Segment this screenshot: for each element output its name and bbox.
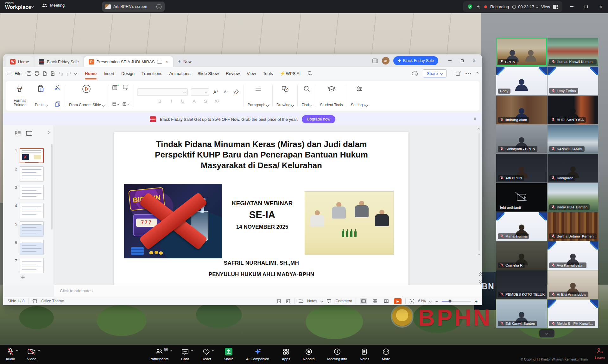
gallery-more-button[interactable]	[539, 329, 554, 337]
slide-thumbnail-5[interactable]	[20, 221, 44, 237]
export-pdf-icon[interactable]	[42, 71, 47, 76]
minimize-button[interactable]	[564, 0, 579, 13]
doc-tab-home[interactable]: W Home	[6, 56, 34, 67]
notes-list-icon[interactable]	[298, 299, 303, 303]
settings-group[interactable]: Settings	[348, 83, 371, 108]
format-x²[interactable]: X²	[213, 98, 221, 104]
increase-font-icon[interactable]: A⁺	[212, 89, 219, 96]
react-caret-icon[interactable]	[212, 350, 214, 352]
slide-sorter-view-button[interactable]	[371, 298, 379, 304]
participant-tile-mirna-tiurma[interactable]: Mirna Tiurma	[496, 212, 547, 241]
save-icon[interactable]	[27, 71, 31, 76]
menu-home[interactable]: Home	[82, 70, 100, 77]
zoom-in-button[interactable]: +	[475, 299, 478, 304]
print-icon[interactable]	[35, 71, 39, 76]
hamburger-icon[interactable]	[7, 72, 11, 75]
cut-icon[interactable]	[54, 84, 61, 91]
canvas-scrollbar[interactable]	[478, 128, 481, 266]
workspace-dropdown-icon[interactable]	[31, 5, 34, 8]
menu-animations[interactable]: Animations	[166, 70, 194, 77]
maximize-button[interactable]	[579, 0, 593, 13]
share-doc-icon[interactable]	[50, 71, 55, 76]
participant-tile-bertha-betaria-kemen[interactable]: Bertha Betaria_Kemen...	[548, 212, 598, 241]
toolbar-share-button[interactable]: Share	[224, 348, 233, 361]
previous-slide-button[interactable]	[479, 273, 481, 277]
status-notes-label[interactable]: Notes	[307, 299, 317, 303]
new-document-tab[interactable]: + New	[178, 58, 192, 67]
theme-name[interactable]: Office Theme	[41, 299, 64, 303]
comment-icon[interactable]	[326, 299, 332, 303]
menu-review[interactable]: Review	[223, 70, 243, 77]
format-b[interactable]: B	[156, 98, 164, 104]
menu-transitions[interactable]: Transitions	[138, 70, 166, 77]
toolbar-info-button[interactable]: Meeting info	[327, 348, 347, 361]
slide-thumbnail-2[interactable]	[20, 166, 44, 182]
slideshow-play-button[interactable]: ▶	[394, 298, 402, 304]
slide-canvas[interactable]: Tindak Pidana Minuman Keras (Miras) dan …	[114, 132, 408, 286]
format-s[interactable]: S	[201, 98, 210, 104]
participant-tile-leny-ferina[interactable]: Leny Ferina	[548, 67, 598, 95]
participant-tile-hj-elvi-anna-lubis[interactable]: Hj Elvi Anna Lubis	[548, 270, 598, 299]
menu-view[interactable]: View	[244, 70, 259, 77]
slide-view-icon[interactable]	[26, 131, 32, 136]
chat-caret-icon[interactable]	[190, 350, 193, 352]
toolbar-react-button[interactable]: React	[201, 348, 211, 361]
theme-icon[interactable]	[32, 299, 37, 303]
cast-window-icon[interactable]	[372, 59, 378, 63]
collapse-panel-icon[interactable]	[47, 131, 49, 134]
participants-caret-icon[interactable]	[169, 350, 172, 352]
participant-tile-kadiv-p3h-banten[interactable]: Kadiv P3H_Banten	[548, 183, 598, 212]
reset-slide-icon[interactable]	[122, 84, 129, 91]
format-a[interactable]: A	[190, 98, 198, 104]
account-avatar[interactable]: ar	[382, 57, 390, 65]
status-comment-label[interactable]: Comment	[335, 299, 352, 303]
toolbar-chat-button[interactable]: Chat	[181, 348, 189, 361]
view-button[interactable]: View	[541, 4, 550, 9]
slide-layout-icon[interactable]	[112, 101, 117, 108]
participant-tile-eddy[interactable]: Eddy	[496, 67, 547, 95]
toolbar-apps-button[interactable]: Apps	[282, 348, 290, 361]
participant-tile-febi-ardhianti[interactable]: febi ardhianti	[496, 183, 547, 212]
participant-tile-kanwil-jambi[interactable]: KANWIL JAMBI	[548, 125, 598, 153]
black-friday-sale-button[interactable]: Black Friday Sale	[393, 56, 438, 65]
zoom-slider[interactable]	[442, 301, 471, 302]
participant-tile-bphn[interactable]: BPHN	[496, 38, 547, 66]
reading-view-button[interactable]	[383, 298, 390, 304]
format-painter-group[interactable]: Format Painter	[8, 83, 32, 108]
paragraph-group[interactable]: Paragraph	[244, 83, 272, 108]
slideshow-group[interactable]: From Current Slide	[66, 83, 107, 108]
new-tab-icon[interactable]	[456, 71, 461, 76]
menu-insert[interactable]: Insert	[100, 70, 117, 77]
participant-tile-humas-kanwil-kemen[interactable]: Humas Kanwil Kemen...	[548, 38, 598, 66]
participant-tile-sudaryadi-bphn[interactable]: Sudaryadi - BPHN	[496, 125, 547, 153]
paste-group[interactable]: Paste	[32, 83, 51, 108]
ai-sparkle-icon[interactable]	[476, 4, 481, 9]
cloud-sync-icon[interactable]	[411, 71, 418, 76]
format-u[interactable]: U	[179, 98, 187, 104]
new-slide-icon[interactable]	[112, 84, 119, 91]
toolbar-participants-button[interactable]: 56Participants	[149, 348, 168, 361]
panel-scrollbar[interactable]	[51, 144, 53, 230]
tab-options-icon[interactable]: …	[156, 4, 162, 9]
doc-tab-presentation[interactable]: P Presentation SEIA JUDI-MIRAS ×	[84, 56, 173, 67]
participant-tile-melda-s-ph-kanwil[interactable]: Melda S - PH Kanwil...	[548, 299, 598, 328]
upgrade-now-button[interactable]: Upgrade now	[302, 115, 335, 123]
outline-list-icon[interactable]	[122, 101, 127, 108]
font-size-select[interactable]	[191, 88, 209, 96]
tab-meeting[interactable]: Meeting	[42, 3, 65, 8]
clear-format-icon[interactable]	[233, 89, 240, 96]
notes-dropdown-icon[interactable]	[320, 300, 323, 302]
menu-tools[interactable]: Tools	[260, 70, 276, 77]
participant-tile-kanigaran[interactable]: Kanigaran	[548, 154, 598, 182]
task-window-icon[interactable]	[277, 299, 282, 304]
toolbar-video-button[interactable]: Video	[27, 348, 36, 361]
doc-tab-black-friday[interactable]: FREE Black Friday Sale	[35, 56, 83, 67]
zoom-level[interactable]: 61%	[418, 299, 426, 303]
close-tab-icon[interactable]: ×	[165, 59, 168, 64]
next-slide-button[interactable]	[479, 279, 481, 283]
participant-tile-ayu-kanwil-jatim[interactable]: Ayu Kanwil Jatim	[548, 241, 598, 270]
search-icon[interactable]	[307, 71, 313, 76]
collapse-ribbon-icon[interactable]	[476, 72, 478, 75]
participant-tile-pbmdes-koto-teluk[interactable]: PBMDES KOTO TELUK...	[496, 270, 547, 299]
leave-button[interactable]: Leave	[595, 348, 605, 360]
